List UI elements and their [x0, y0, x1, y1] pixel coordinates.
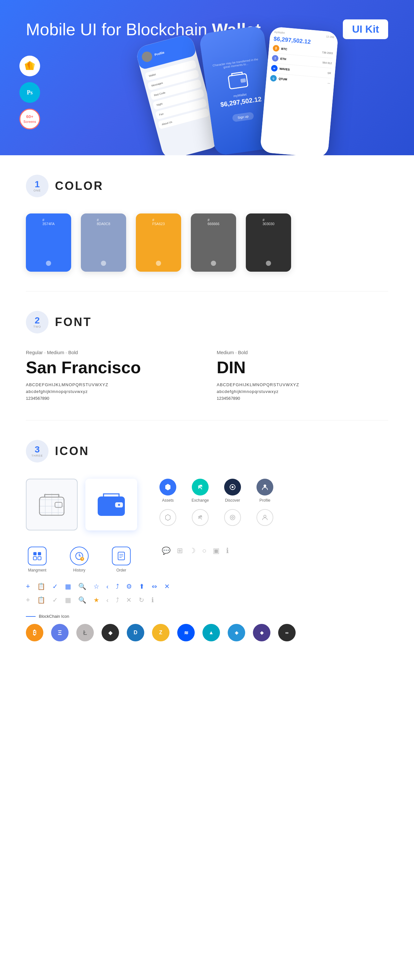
- x-gray-icon: ✕: [126, 596, 132, 604]
- color-swatches: #3574FA #8DA0C8 #F5A623 #666666 #303030: [26, 213, 388, 272]
- chevron-left-icon: ‹: [107, 583, 109, 590]
- section-font: 2 TWO FONT Regular · Medium · Bold San F…: [26, 291, 388, 420]
- swatch-slate: #8DA0C8: [81, 213, 126, 272]
- qr-icon: ▦: [65, 582, 71, 590]
- close-icon: ✕: [164, 582, 170, 590]
- qr-gray-icon: ▦: [65, 596, 71, 604]
- svg-point-23: [232, 517, 234, 519]
- swatch-gray: #666666: [191, 213, 236, 272]
- icon-assets-outline: [156, 509, 179, 526]
- font-din-name: DIN: [217, 358, 388, 377]
- wallet-outline-svg: [36, 490, 68, 519]
- icon-order: Order: [110, 547, 132, 573]
- profile-icon: [256, 479, 273, 495]
- plus-icon: +: [26, 582, 30, 590]
- swatch-dark: #303030: [246, 213, 291, 272]
- ltc-icon: Ł: [76, 624, 94, 641]
- swatch-dot: [156, 261, 161, 266]
- section-icon-title: ICON: [55, 444, 89, 458]
- svg-rect-7: [240, 78, 246, 83]
- blockchain-line: [26, 616, 36, 617]
- font-din-numbers: 1234567890: [217, 396, 388, 401]
- section-color-header: 1 ONE COLOR: [26, 175, 388, 197]
- font-sf-name: San Francisco: [26, 358, 197, 377]
- search-gray-icon: 🔍: [78, 596, 86, 604]
- star-icon: ☆: [94, 582, 99, 590]
- history-icon: [70, 547, 89, 565]
- layers-icon: ⊞: [177, 547, 183, 555]
- assets-icon: [159, 479, 176, 495]
- btc-icon: ₿: [26, 624, 43, 641]
- section-color-title: COLOR: [55, 179, 104, 193]
- icon-exchange-outline: [189, 509, 212, 526]
- phones-container: Profile Wallet Messages Red Code Night F…: [123, 26, 414, 155]
- gno-icon: ▲: [202, 624, 220, 641]
- section-icon-header: 3 THREE ICON: [26, 440, 388, 463]
- blockchain-label: BlockChain Icon: [26, 614, 388, 619]
- swatch-blue: #3574FA: [26, 213, 71, 272]
- swatch-dot: [266, 261, 271, 266]
- font-sf-upper: ABCDEFGHIJKLMNOPQRSTUVWXYZ: [26, 382, 197, 387]
- svg-point-22: [230, 515, 235, 520]
- font-din-styles: Medium · Bold: [217, 350, 388, 355]
- plus-gray-icon: +: [26, 596, 30, 604]
- swatch-dot: [211, 261, 216, 266]
- doc-gray-icon: 📋: [37, 596, 45, 604]
- icon-profile: Profile: [253, 479, 276, 503]
- waves-icon: ≋: [177, 624, 195, 641]
- icon-history: History: [68, 547, 91, 573]
- message-icon: ▣: [213, 547, 220, 555]
- dash-icon: D: [127, 624, 144, 641]
- discover-outline-icon: [224, 509, 241, 526]
- management-icon: [28, 547, 46, 565]
- gear-icon: ⚙: [126, 582, 132, 590]
- order-icon: [112, 547, 131, 565]
- section-font-title: FONT: [55, 315, 92, 329]
- svg-rect-15: [55, 502, 62, 508]
- svg-point-21: [264, 485, 266, 487]
- redo-gray-icon: ↻: [139, 596, 144, 604]
- icon-exchange: Exchange: [189, 479, 212, 503]
- font-sf-styles: Regular · Medium · Bold: [26, 350, 197, 355]
- check-icon: ✓: [53, 582, 58, 590]
- assets-outline-icon: [159, 509, 176, 526]
- swatch-orange: #F5A623: [136, 213, 181, 272]
- check-gray-icon: ✓: [53, 596, 58, 604]
- expand-icon: ⇔: [152, 582, 157, 590]
- icon-profile-outline: [253, 509, 276, 526]
- profile-outline-icon: [256, 509, 273, 526]
- wallet-icon-outline-box: [26, 479, 78, 530]
- font-din-upper: ABCDEFGHIJKLMNOPQRSTUVWXYZ: [217, 382, 388, 387]
- section-number-two: 2 TWO: [26, 311, 49, 334]
- svg-rect-25: [33, 552, 37, 555]
- icon-discover-outline: [221, 509, 244, 526]
- exchange-icon: [192, 479, 209, 495]
- moon-icon: ☽: [189, 547, 196, 555]
- font-sf: Regular · Medium · Bold San Francisco AB…: [26, 350, 197, 401]
- info-gray-icon: ℹ: [151, 596, 154, 604]
- section-icon: 3 THREE ICON: [26, 420, 388, 661]
- share-icon: ⤴: [116, 583, 119, 590]
- icon-management: Mangment: [26, 547, 49, 573]
- section-color: 1 ONE COLOR #3574FA #8DA0C8 #F5A623 #666…: [26, 155, 388, 291]
- eth-icon: Ξ: [51, 624, 68, 641]
- svg-rect-27: [33, 557, 37, 560]
- export-icon: ⬆: [139, 582, 145, 590]
- poly-icon: ◆: [253, 624, 271, 641]
- doc-edit-icon: 📋: [37, 582, 45, 590]
- info-icon: ℹ: [226, 547, 229, 555]
- star-filled-icon: ★: [94, 596, 99, 604]
- svg-point-20: [232, 486, 234, 488]
- bat-icon: ◆: [102, 624, 119, 641]
- discover-icon: [224, 479, 241, 495]
- swatch-dot: [46, 261, 51, 266]
- section-font-header: 2 TWO FONT: [26, 311, 388, 334]
- ps-badge: Ps: [19, 82, 40, 103]
- section-number-one: 1 ONE: [26, 175, 49, 197]
- svg-point-24: [264, 515, 266, 517]
- screens-badge: 60+Screens: [19, 109, 40, 129]
- qtum-icon: ◈: [228, 624, 245, 641]
- share-gray-icon: ⤴: [116, 597, 119, 604]
- section-number-three: 3 THREE: [26, 440, 49, 463]
- svg-rect-28: [38, 557, 41, 560]
